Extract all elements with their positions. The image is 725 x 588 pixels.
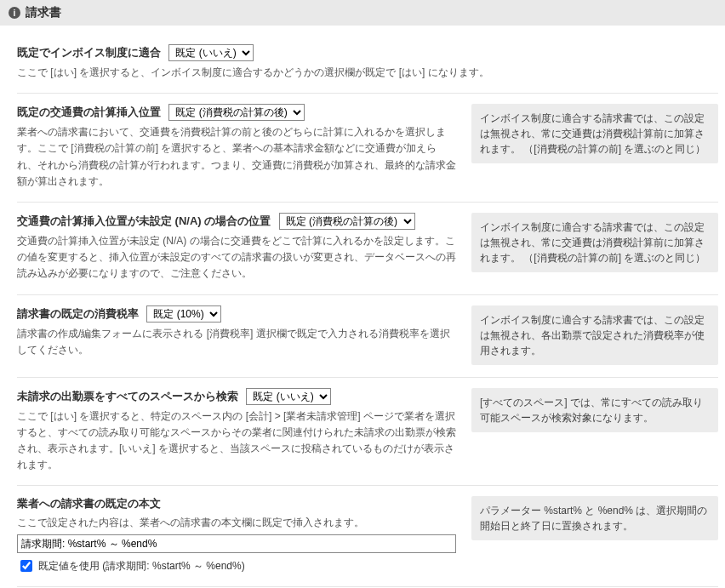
setting-desc: ここで [はい] を選択すると、インボイス制度に適合するかどうかの選択欄が既定で… — [17, 65, 718, 81]
setting-desc: 請求書の作成/編集フォームに表示される [消費税率] 選択欄で既定で入力される消… — [17, 326, 456, 358]
setting-label: 業者への請求書の既定の本文 — [17, 497, 161, 510]
setting-desc: 交通費の計算挿入位置が未設定 (N/A) の場合に交通費をどこで計算に入れるかを… — [17, 233, 456, 283]
setting-transport-pos-na: 交通費の計算挿入位置が未設定 (N/A) の場合の位置 既定 (消費税の計算の後… — [17, 203, 718, 295]
page-title: 請求書 — [26, 5, 61, 20]
default-tax-select[interactable]: 既定 (10%) — [146, 305, 221, 323]
setting-desc: 業者への請求書において、交通費を消費税計算の前と後のどちらに計算に入れるかを選択… — [17, 124, 456, 190]
page-header: i 請求書 — [0, 0, 725, 26]
info-icon: i — [9, 7, 20, 19]
default-body-input[interactable] — [17, 534, 456, 553]
setting-label: 既定でインボイス制度に適合 — [17, 46, 161, 59]
setting-label: 未請求の出勤票をすべてのスペースから検索 — [17, 390, 238, 402]
setting-note: インボイス制度に適合する請求書では、この設定は無視され、常に交通費は消費税計算前… — [471, 104, 718, 163]
setting-default-body: 業者への請求書の既定の本文 ここで設定された内容は、業者への請求書の本文欄に既定… — [17, 486, 718, 587]
setting-note: インボイス制度に適合する請求書では、この設定は無視され、常に交通費は消費税計算前… — [471, 213, 718, 272]
search-all-spaces-select[interactable]: 既定 (いいえ) — [246, 388, 331, 405]
setting-invoice-compliant: 既定でインボイス制度に適合 既定 (いいえ) ここで [はい] を選択すると、イ… — [17, 34, 718, 94]
setting-label: 交通費の計算挿入位置が未設定 (N/A) の場合の位置 — [17, 214, 271, 227]
setting-desc: ここで設定された内容は、業者への請求書の本文欄に既定で挿入されます。 — [17, 515, 456, 531]
setting-transport-pos: 既定の交通費の計算挿入位置 既定 (消費税の計算の後) 業者への請求書において、… — [17, 94, 718, 203]
setting-note: パラメーター %start% と %end% は、選択期間の開始日と終了日に置換… — [471, 496, 718, 540]
invoice-compliant-select[interactable]: 既定 (いいえ) — [168, 44, 254, 61]
use-default-checkbox[interactable] — [20, 560, 32, 572]
setting-desc: ここで [はい] を選択すると、特定のスペース内の [会計] > [業者未請求管… — [17, 408, 456, 474]
setting-default-tax: 請求書の既定の消費税率 既定 (10%) 請求書の作成/編集フォームに表示される… — [17, 295, 718, 378]
setting-label: 既定の交通費の計算挿入位置 — [17, 106, 161, 118]
transport-pos-select[interactable]: 既定 (消費税の計算の後) — [168, 104, 305, 121]
settings-content: 既定でインボイス制度に適合 既定 (いいえ) ここで [はい] を選択すると、イ… — [0, 26, 725, 588]
setting-note: インボイス制度に適合する請求書では、この設定は無視され、各出勤票で設定された消費… — [471, 305, 718, 365]
setting-search-all-spaces: 未請求の出勤票をすべてのスペースから検索 既定 (いいえ) ここで [はい] を… — [17, 378, 718, 487]
setting-note: [すべてのスペース] では、常にすべての読み取り可能スペースが検索対象になります… — [471, 388, 718, 432]
use-default-checkbox-row[interactable]: 既定値を使用 (請求期間: %start% ～ %end%) — [17, 557, 456, 574]
setting-label: 請求書の既定の消費税率 — [17, 307, 139, 320]
transport-pos-na-select[interactable]: 既定 (消費税の計算の後) — [279, 213, 415, 230]
checkbox-label: 既定値を使用 (請求期間: %start% ～ %end%) — [38, 559, 245, 574]
